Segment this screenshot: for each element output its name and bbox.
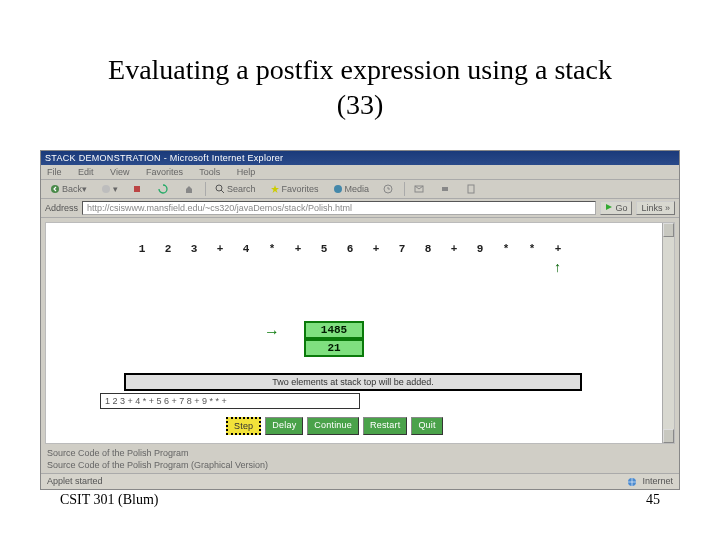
expression-token: 1 bbox=[138, 243, 146, 255]
svg-rect-2 bbox=[134, 186, 140, 192]
stack-pointer-arrow-icon: → bbox=[264, 323, 280, 341]
toolbar-separator bbox=[404, 182, 405, 196]
mail-icon bbox=[414, 184, 424, 194]
svg-rect-9 bbox=[468, 185, 474, 193]
home-button[interactable] bbox=[179, 182, 201, 196]
slide-title: Evaluating a postfix expression using a … bbox=[0, 52, 720, 122]
svg-point-1 bbox=[102, 185, 110, 193]
continue-button[interactable]: Continue bbox=[307, 417, 359, 435]
star-icon bbox=[270, 184, 280, 194]
refresh-button[interactable] bbox=[153, 182, 175, 196]
go-arrow-icon bbox=[605, 203, 613, 211]
applet-area: 123+4*+56+78+9**+ ↑ → 1485 21 Two elemen… bbox=[45, 222, 675, 444]
slide-title-line2: (33) bbox=[337, 89, 384, 120]
source-link-2[interactable]: Source Code of the Polish Program (Graph… bbox=[47, 460, 673, 472]
expression-token: * bbox=[528, 243, 536, 255]
forward-button[interactable]: ▾ bbox=[96, 182, 123, 196]
slide-number: 45 bbox=[646, 492, 660, 508]
quit-button[interactable]: Quit bbox=[411, 417, 442, 435]
expression-token: + bbox=[554, 243, 562, 255]
source-links: Source Code of the Polish Program Source… bbox=[47, 448, 673, 471]
expression-token: + bbox=[372, 243, 380, 255]
address-label: Address bbox=[45, 203, 78, 213]
control-buttons: Step Delay Continue Restart Quit bbox=[226, 417, 443, 435]
address-bar: Address http://csiswww.mansfield.edu/~cs… bbox=[41, 199, 679, 218]
back-label: Back bbox=[62, 184, 82, 194]
search-button[interactable]: Search bbox=[210, 182, 261, 196]
go-button[interactable]: Go bbox=[600, 201, 633, 215]
media-button[interactable]: Media bbox=[328, 182, 375, 196]
menu-help[interactable]: Help bbox=[237, 167, 256, 177]
edit-icon bbox=[466, 184, 476, 194]
slide-footer-left: CSIT 301 (Blum) bbox=[60, 492, 159, 508]
expression-token: * bbox=[502, 243, 510, 255]
source-link-1[interactable]: Source Code of the Polish Program bbox=[47, 448, 673, 460]
expression-token: 2 bbox=[164, 243, 172, 255]
delay-button[interactable]: Delay bbox=[265, 417, 303, 435]
expression-token: 6 bbox=[346, 243, 354, 255]
refresh-icon bbox=[158, 184, 168, 194]
expression-token: 5 bbox=[320, 243, 328, 255]
slide-title-line1: Evaluating a postfix expression using a … bbox=[108, 54, 612, 85]
expression-token: 8 bbox=[424, 243, 432, 255]
go-label: Go bbox=[615, 203, 627, 213]
print-icon bbox=[440, 184, 450, 194]
stack-top-cell: 1485 bbox=[304, 321, 364, 339]
expression-input[interactable]: 1 2 3 + 4 * + 5 6 + 7 8 + 9 * * + bbox=[100, 393, 360, 409]
media-icon bbox=[333, 184, 343, 194]
toolbar-separator bbox=[205, 182, 206, 196]
mail-button[interactable] bbox=[409, 182, 431, 196]
menu-edit[interactable]: Edit bbox=[78, 167, 94, 177]
svg-line-4 bbox=[221, 190, 224, 193]
favorites-button[interactable]: Favorites bbox=[265, 182, 324, 196]
print-button[interactable] bbox=[435, 182, 457, 196]
expression-token: 7 bbox=[398, 243, 406, 255]
expression-token: + bbox=[294, 243, 302, 255]
svg-point-5 bbox=[334, 185, 342, 193]
back-arrow-icon bbox=[50, 184, 60, 194]
edit-button[interactable] bbox=[461, 182, 483, 196]
statusbar-zone: Internet bbox=[627, 476, 673, 487]
links-button[interactable]: Links » bbox=[636, 201, 675, 215]
back-button[interactable]: Back ▾ bbox=[45, 182, 92, 196]
status-message: Two elements at stack top will be added. bbox=[124, 373, 582, 391]
search-label: Search bbox=[227, 184, 256, 194]
history-icon bbox=[383, 184, 393, 194]
history-button[interactable] bbox=[378, 182, 400, 196]
favorites-label: Favorites bbox=[282, 184, 319, 194]
menu-view[interactable]: View bbox=[110, 167, 129, 177]
pointer-arrow-icon: ↑ bbox=[554, 259, 561, 275]
restart-button[interactable]: Restart bbox=[363, 417, 407, 435]
expression-token: + bbox=[450, 243, 458, 255]
home-icon bbox=[184, 184, 194, 194]
media-label: Media bbox=[345, 184, 370, 194]
expression-token: 4 bbox=[242, 243, 250, 255]
stack-below-cell: 21 bbox=[304, 339, 364, 357]
menu-tools[interactable]: Tools bbox=[199, 167, 220, 177]
expression-token: * bbox=[268, 243, 276, 255]
toolbar: Back ▾ ▾ Search Favorites Media bbox=[41, 180, 679, 199]
statusbar-right: Internet bbox=[642, 476, 673, 486]
search-icon bbox=[215, 184, 225, 194]
browser-window: STACK DEMONSTRATION - Microsoft Internet… bbox=[40, 150, 680, 490]
status-bar: Applet started Internet bbox=[41, 473, 679, 489]
window-titlebar: STACK DEMONSTRATION - Microsoft Internet… bbox=[41, 151, 679, 165]
statusbar-left: Applet started bbox=[47, 476, 103, 487]
expression-token: + bbox=[216, 243, 224, 255]
expression-row: 123+4*+56+78+9**+ bbox=[138, 243, 562, 255]
forward-arrow-icon bbox=[101, 184, 111, 194]
step-button[interactable]: Step bbox=[226, 417, 261, 435]
expression-token: 9 bbox=[476, 243, 484, 255]
globe-icon bbox=[627, 477, 637, 487]
menu-favorites[interactable]: Favorites bbox=[146, 167, 183, 177]
svg-point-0 bbox=[51, 185, 59, 193]
menu-bar: File Edit View Favorites Tools Help bbox=[41, 165, 679, 180]
address-input[interactable]: http://csiswww.mansfield.edu/~cs320/java… bbox=[82, 201, 596, 215]
stop-button[interactable] bbox=[127, 182, 149, 196]
expression-token: 3 bbox=[190, 243, 198, 255]
menu-file[interactable]: File bbox=[47, 167, 62, 177]
stop-icon bbox=[132, 184, 142, 194]
svg-rect-8 bbox=[442, 187, 448, 191]
scrollbar-vertical[interactable] bbox=[662, 223, 674, 443]
